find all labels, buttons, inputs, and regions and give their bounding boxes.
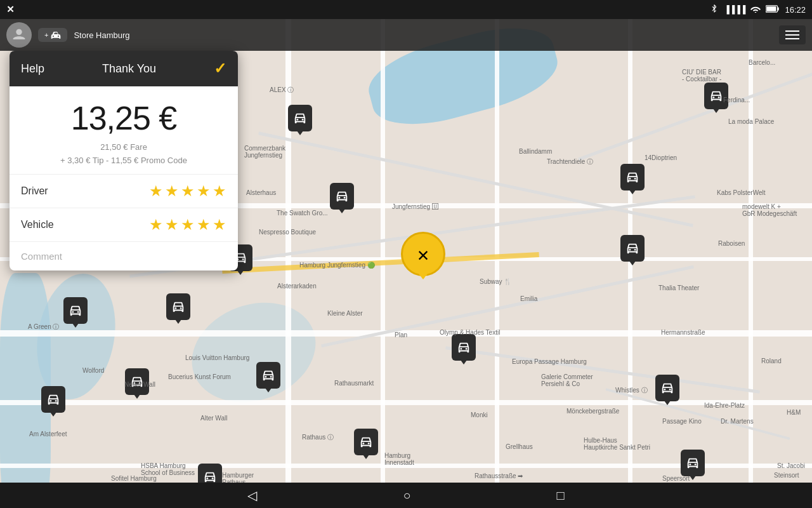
network-icon: ▐▐▐▐ <box>724 5 745 14</box>
svg-point-3 <box>297 119 299 121</box>
svg-point-27 <box>207 478 209 479</box>
map-label-ciu: CIU' DIE BAR- Cocktailbar - <box>682 69 721 83</box>
taxi-marker-1[interactable] <box>288 105 312 131</box>
svg-point-16 <box>634 249 636 251</box>
svg-point-12 <box>242 258 244 260</box>
map-label-dioptrien: 14Dioptrien <box>645 154 677 161</box>
svg-point-32 <box>77 311 79 313</box>
help-label[interactable]: Help <box>21 62 44 76</box>
vehicle-stars[interactable]: ★ ★ ★ ★ ★ <box>149 216 226 234</box>
map-label-roland: Roland <box>761 358 782 364</box>
hamburger-menu-button[interactable] <box>779 25 806 44</box>
taxi-marker-8[interactable] <box>125 368 149 395</box>
map-label-kleine-alster: Kleine Alster <box>327 310 363 317</box>
svg-rect-2 <box>767 6 776 11</box>
map-label-swatch: The Swatch Gro... <box>277 210 328 217</box>
map-label-rathaus: Rathaus ⓘ <box>302 433 334 442</box>
taxi-marker-9[interactable] <box>256 362 280 389</box>
map-label-hm: H&M <box>787 409 801 416</box>
promo-detail: + 3,30 € Tip - 11,55 € Promo Code <box>60 156 187 165</box>
store-name-label: Store Hamburg <box>74 30 129 40</box>
svg-point-21 <box>50 400 52 402</box>
svg-point-10 <box>718 97 720 98</box>
battery-icon <box>766 5 780 15</box>
svg-point-8 <box>634 178 636 180</box>
driver-star-5[interactable]: ★ <box>213 182 226 200</box>
rating-panel: Help Thank You ✓ 13,25 € 21,50 € Fare + … <box>10 51 238 271</box>
taxi-marker-7[interactable] <box>620 235 645 262</box>
vehicle-rating-row[interactable]: Vehicle ★ ★ ★ ★ ★ <box>10 208 238 242</box>
svg-point-24 <box>669 389 671 391</box>
map-label-commerzbank: CommerzbankJungfernstieg <box>244 145 285 159</box>
nav-bar: ◁ ○ □ <box>0 483 812 508</box>
taxi-marker-4[interactable] <box>704 83 728 109</box>
vehicle-star-3[interactable]: ★ <box>181 216 195 234</box>
vehicle-star-2[interactable]: ★ <box>165 216 179 234</box>
home-button[interactable]: ○ <box>393 485 420 506</box>
taxi-marker-14[interactable] <box>681 450 705 476</box>
recents-button[interactable]: □ <box>547 485 574 506</box>
taxi-marker-2[interactable] <box>330 183 354 210</box>
svg-point-9 <box>713 97 715 98</box>
map-label-passage-kino: Passage Kino <box>662 418 702 425</box>
driver-star-2[interactable]: ★ <box>165 182 179 200</box>
map-label-alsterhaus: Alsterhaus <box>246 189 276 196</box>
map-label-grellhaus: Grellhaus <box>506 443 533 450</box>
map-label-galerie: Galerie CommeterPersiehl & Co <box>541 373 593 387</box>
checkmark-icon[interactable]: ✓ <box>214 60 226 77</box>
svg-point-17 <box>134 382 136 384</box>
vehicle-star-5[interactable]: ★ <box>213 216 226 234</box>
driver-rating-row[interactable]: Driver ★ ★ ★ ★ ★ <box>10 175 238 208</box>
svg-point-5 <box>339 197 341 199</box>
map-label-monckeberg: Mönckebergstraße <box>566 408 619 415</box>
svg-point-15 <box>629 249 631 251</box>
svg-point-22 <box>55 400 57 402</box>
thank-you-label: Thank You <box>102 62 156 76</box>
map-label-alsterarkaden: Alsterarkaden <box>277 283 317 290</box>
svg-point-29 <box>690 464 691 465</box>
map-label-thalia: Thalia Theater <box>658 284 699 291</box>
map-label-ballindamm: Ballindamm <box>519 148 552 155</box>
svg-point-19 <box>265 376 267 378</box>
comment-field[interactable]: Comment <box>10 242 238 271</box>
taxi-marker-11[interactable] <box>655 375 679 401</box>
driver-star-1[interactable]: ★ <box>149 182 163 200</box>
fare-amount: 21,50 € Fare <box>100 142 147 152</box>
taxi-marker-12[interactable] <box>354 429 378 455</box>
taxi-marker-16[interactable] <box>166 293 190 320</box>
time-display: 16:22 <box>785 5 806 15</box>
price-display: 13,25 € <box>21 99 226 137</box>
taxi-marker-6[interactable] <box>452 334 476 361</box>
svg-point-4 <box>302 119 304 121</box>
svg-point-20 <box>270 376 272 378</box>
vehicle-star-4[interactable]: ★ <box>197 216 211 234</box>
comment-placeholder: Comment <box>21 251 62 262</box>
svg-point-25 <box>363 443 365 444</box>
fare-detail: 21,50 € Fare + 3,30 € Tip - 11,55 € Prom… <box>21 141 226 168</box>
map-label-alter-wall: Alter Wall <box>200 415 227 422</box>
driver-star-4[interactable]: ★ <box>197 182 211 200</box>
driver-star-3[interactable]: ★ <box>181 182 195 200</box>
vehicle-star-1[interactable]: ★ <box>149 216 163 234</box>
status-bar: ✕ ▐▐▐▐ 16:22 <box>0 0 812 19</box>
svg-point-7 <box>629 178 631 180</box>
driver-stars[interactable]: ★ ★ ★ ★ ★ <box>149 182 226 200</box>
back-button[interactable]: ◁ <box>238 485 266 506</box>
app-icon: ✕ <box>6 4 15 15</box>
price-section: 13,25 € 21,50 € Fare + 3,30 € Tip - 11,5… <box>10 86 238 175</box>
add-car-button[interactable]: + <box>38 28 67 42</box>
svg-point-31 <box>72 311 74 313</box>
taxi-marker-10[interactable] <box>41 386 65 413</box>
map-label-raboisen: Raboisen <box>718 240 745 247</box>
top-bar: + Store Hamburg <box>0 19 812 51</box>
avatar[interactable] <box>6 22 32 48</box>
bluetooth-icon <box>710 4 719 15</box>
map-label-steinsort: Steinsort <box>774 472 799 479</box>
svg-point-28 <box>212 478 214 479</box>
driver-label: Driver <box>21 185 48 197</box>
svg-point-23 <box>664 389 666 391</box>
svg-point-26 <box>368 443 370 444</box>
taxi-marker-3[interactable] <box>620 164 645 190</box>
taxi-marker-15[interactable] <box>63 297 88 324</box>
svg-point-33 <box>175 307 177 309</box>
